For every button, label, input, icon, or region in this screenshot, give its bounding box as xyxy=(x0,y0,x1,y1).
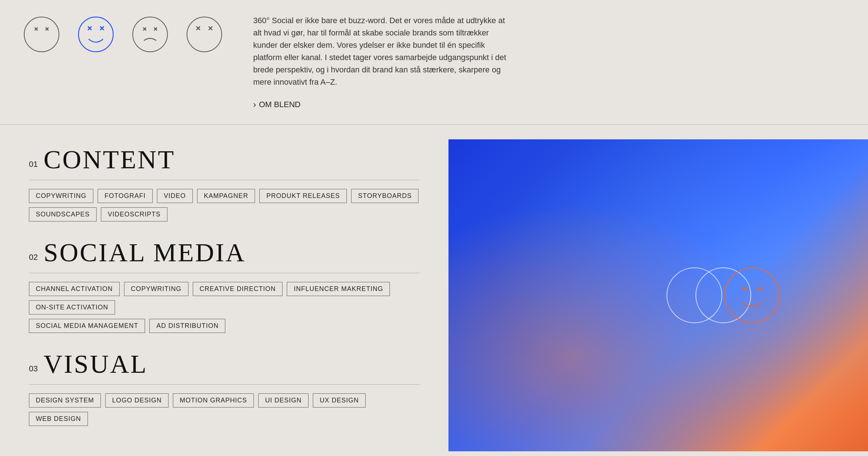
left-panel: 01 CONTENT COPYWRITING FOTOGRAFI VIDEO K… xyxy=(0,125,448,456)
service-divider-3 xyxy=(29,384,420,385)
top-description: 360° Social er ikke bare et buzz-word. D… xyxy=(253,11,506,110)
tag-channel-activation[interactable]: CHANNEL ACTIVATION xyxy=(29,282,120,296)
service-title-row-3: 03 VISUAL xyxy=(29,351,420,377)
tag-ux-design[interactable]: UX DESIGN xyxy=(313,393,366,408)
tag-copywriting-2[interactable]: COPYWRITING xyxy=(124,282,188,296)
tag-motion-graphics[interactable]: MOTION GRAPHICS xyxy=(173,393,254,408)
tag-logo-design[interactable]: LOGO DESIGN xyxy=(105,393,169,408)
smiley-icon-2-active xyxy=(76,14,116,54)
service-title-row-2: 02 SOCIAL MEDIA xyxy=(29,240,420,266)
svg-point-15 xyxy=(187,17,222,52)
tag-creative-direction[interactable]: CREATIVE DIRECTION xyxy=(193,282,283,296)
service-divider-2 xyxy=(29,273,420,273)
smiley-circles-group xyxy=(665,266,781,324)
tag-social-media-mgmt[interactable]: SOCIAL MEDIA MANAGEMENT xyxy=(29,319,145,333)
svg-point-5 xyxy=(78,17,113,52)
tag-soundscapes[interactable]: SOUNDSCAPES xyxy=(29,207,97,221)
tag-storyboards[interactable]: STORYBOARDS xyxy=(351,189,418,203)
tag-copywriting[interactable]: COPYWRITING xyxy=(29,189,93,203)
gradient-background xyxy=(448,139,868,451)
tags-row-social-2: SOCIAL MEDIA MANAGEMENT AD DISTRIBUTION xyxy=(29,319,420,333)
svg-point-25 xyxy=(758,287,761,291)
svg-point-10 xyxy=(133,17,167,52)
tag-web-design[interactable]: WEB DESIGN xyxy=(29,412,88,426)
smiley-icon-1 xyxy=(22,14,61,54)
tag-produkt-releases[interactable]: PRODUKT RELEASES xyxy=(259,189,347,203)
top-section: 360° Social er ikke bare et buzz-word. D… xyxy=(0,0,868,124)
service-number-2: 02 xyxy=(29,253,38,262)
tag-kampagner[interactable]: KAMPAGNER xyxy=(197,189,255,203)
svg-point-20 xyxy=(667,268,722,323)
service-title-row-1: 01 CONTENT xyxy=(29,147,420,173)
smiley-icon-3 xyxy=(130,14,170,54)
tags-row-content: COPYWRITING FOTOGRAFI VIDEO KAMPAGNER PR… xyxy=(29,189,420,221)
smiley-icon-4 xyxy=(184,14,224,54)
service-title-2: SOCIAL MEDIA xyxy=(43,240,246,266)
body-text: 360° Social er ikke bare et buzz-word. D… xyxy=(253,14,506,89)
tag-video[interactable]: VIDEO xyxy=(157,189,193,203)
svg-point-23 xyxy=(725,268,780,323)
service-title-1: CONTENT xyxy=(43,147,175,173)
tag-fotografi[interactable]: FOTOGRAFI xyxy=(98,189,153,203)
service-block-content: 01 CONTENT COPYWRITING FOTOGRAFI VIDEO K… xyxy=(29,147,420,221)
tag-ad-distribution[interactable]: AD DISTRIBUTION xyxy=(149,319,225,333)
main-section: 01 CONTENT COPYWRITING FOTOGRAFI VIDEO K… xyxy=(0,125,868,456)
tag-influencer[interactable]: INFLUENCER MAKRETING xyxy=(287,282,390,296)
svg-point-24 xyxy=(743,287,747,291)
tag-ui-design[interactable]: UI DESIGN xyxy=(258,393,309,408)
svg-point-21 xyxy=(696,268,751,323)
service-number-3: 03 xyxy=(29,364,38,373)
right-panel-image xyxy=(448,139,868,451)
svg-point-0 xyxy=(24,17,59,52)
service-divider-1 xyxy=(29,180,420,180)
service-title-3: VISUAL xyxy=(43,351,148,377)
smiley-icons xyxy=(22,11,224,54)
tags-row-social: CHANNEL ACTIVATION COPYWRITING CREATIVE … xyxy=(29,282,420,314)
service-block-visual: 03 VISUAL DESIGN SYSTEM LOGO DESIGN MOTI… xyxy=(29,351,420,426)
service-block-social: 02 SOCIAL MEDIA CHANNEL ACTIVATION COPYW… xyxy=(29,240,420,333)
tag-videoscripts[interactable]: VIDEOSCRIPTS xyxy=(101,207,167,221)
gradient-overlay xyxy=(448,139,868,451)
service-number-1: 01 xyxy=(29,160,38,169)
tag-on-site[interactable]: ON-SITE ACTIVATION xyxy=(29,300,115,314)
om-blend-link[interactable]: OM BLEND xyxy=(253,100,506,110)
tag-design-system[interactable]: DESIGN SYSTEM xyxy=(29,393,101,408)
tags-row-visual: DESIGN SYSTEM LOGO DESIGN MOTION GRAPHIC… xyxy=(29,393,420,426)
